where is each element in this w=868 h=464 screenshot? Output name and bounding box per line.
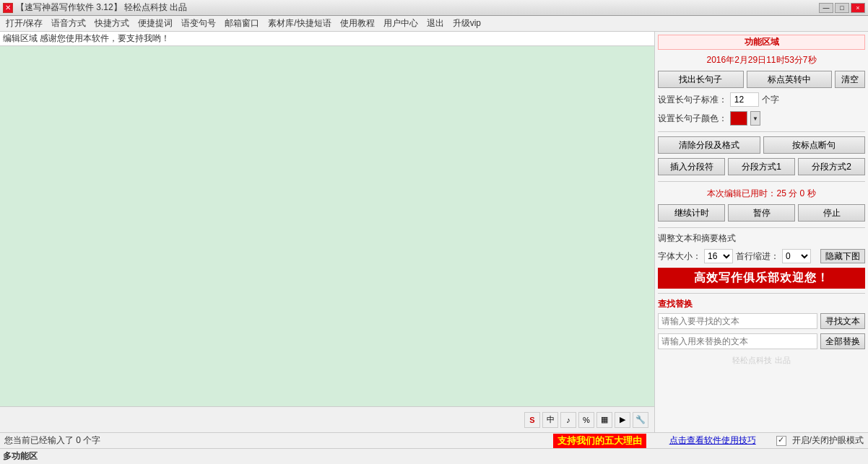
find-text-btn[interactable]: 寻找文本 [820,313,865,329]
indent-label: 首行缩进： [736,250,779,263]
font-size-select[interactable]: 16 14 18 [704,249,733,263]
multi-func-area: 多功能区 本次编辑已用时：25 分 0 秒 ， 查找并删除所有 点击打开语音面板… [0,448,868,464]
find-replace-title: 查找替换 [658,298,865,310]
top-btn-row: 找出长句子 标点英转中 清空 [658,71,865,88]
tips-link[interactable]: 点击查看软件使用技巧 [669,434,756,447]
editor-header: 编辑区域 感谢您使用本软件，要支持我哟！ [0,32,654,46]
editor-toolbar: S 中 ♪ % ▦ ▶ 🔧 [0,406,654,432]
menu-voice-mode[interactable]: 语音方式 [47,16,90,31]
paragraph-mode1-btn[interactable]: 分段方式1 [728,158,795,175]
wrench-icon[interactable]: 🔧 [633,412,648,428]
percent-icon[interactable]: % [578,412,594,428]
menu-prompt[interactable]: 便捷提词 [134,16,177,31]
adjust-title-row: 调整文本和摘要格式 [658,232,865,245]
find-input[interactable] [658,313,817,329]
mark-punctuation-btn[interactable]: 按标点断句 [763,136,866,154]
replace-input[interactable] [658,333,817,349]
editor-textarea[interactable] [0,46,654,406]
promo-banner: 高效写作俱乐部欢迎您！ [658,268,865,289]
extract-long-sentence-btn[interactable]: 找出长句子 [658,71,744,88]
menu-bar: 打开/保存 语音方式 快捷方式 便捷提词 语变句号 邮箱窗口 素材库/快捷短语 … [0,16,868,32]
multi-func-title: 多功能区 [3,450,38,463]
long-sentence-input[interactable] [730,92,759,107]
title-bar-left: ✕ 【速写神器写作软件 3.12】 轻松点科技 出品 [3,1,187,14]
main-area: 编辑区域 感谢您使用本软件，要支持我哟！ S 中 ♪ % ▦ ▶ 🔧 功能区域 … [0,32,868,432]
divider-4 [658,293,865,294]
menu-shortcut-mode[interactable]: 快捷方式 [90,16,134,31]
long-sentence-label: 设置长句子标准： [658,94,727,106]
editor-status-bar: 您当前已经输入了 0 个字 支持我们的五大理由 点击查看软件使用技巧 开启/关闭… [0,432,868,448]
pause-timer-btn[interactable]: 暂停 [728,204,795,222]
clear-btn[interactable]: 清空 [835,71,865,88]
play-icon[interactable]: ▶ [615,412,630,428]
minimize-btn[interactable]: — [819,3,833,13]
divider-1 [658,131,865,132]
music-icon[interactable]: ♪ [560,412,576,428]
paragraph-mode2-btn[interactable]: 分段方式2 [798,158,865,175]
editor-header-text: 编辑区域 感谢您使用本软件，要支持我哟！ [3,32,170,45]
window-close-btn[interactable]: ✕ [3,3,13,13]
indent-select[interactable]: 0 2 [782,249,811,263]
right-panel: 功能区域 2016年2月29日11时53分7秒 找出长句子 标点英转中 清空 设… [655,32,868,432]
divider-3 [658,227,865,228]
menu-user-center[interactable]: 用户中心 [379,16,422,31]
eye-mode-checkbox[interactable] [776,436,786,446]
font-size-label: 字体大小： [658,250,701,263]
menu-material[interactable]: 素材库/快捷短语 [264,16,335,31]
long-sentence-unit: 个字 [762,94,779,106]
timer-text: 本次编辑已用时：25 分 0 秒 [658,186,865,201]
replace-all-btn[interactable]: 全部替换 [820,333,865,349]
long-color-setting: 设置长句子颜色： ▼ [658,111,865,126]
menu-exit[interactable]: 退出 [422,16,448,31]
find-row: 寻找文本 [658,313,865,329]
section-row-1: 清除分段及格式 按标点断句 [658,136,865,154]
datetime-text: 2016年2月29日11时53分7秒 [658,53,865,68]
color-picker[interactable] [730,111,747,126]
mark-english-btn[interactable]: 标点英转中 [747,71,833,88]
func-area-title: 功能区域 [658,35,865,50]
continue-timer-btn[interactable]: 继续计时 [658,204,725,222]
hide-img-btn[interactable]: 隐藏下图 [820,249,865,263]
insert-paragraph-btn[interactable]: 插入分段符 [658,158,725,175]
menu-upgrade-vip[interactable]: 升级vip [448,16,485,31]
window-controls: — □ × [819,3,865,13]
stop-timer-btn[interactable]: 停止 [798,204,865,222]
char-count: 您当前已经输入了 0 个字 [4,434,100,447]
toolbar-icons-area: S 中 ♪ % ▦ ▶ 🔧 [524,412,648,428]
divider-2 [658,181,865,182]
clear-format-btn[interactable]: 清除分段及格式 [658,136,760,154]
grid-icon[interactable]: ▦ [596,412,612,428]
adjust-title: 调整文本和摘要格式 [658,232,736,245]
font-size-row: 字体大小： 16 14 18 首行缩进： 0 2 隐藏下图 [658,249,865,263]
sougou-icon[interactable]: S [524,412,540,428]
menu-tutorial[interactable]: 使用教程 [336,16,379,31]
editor-panel: 编辑区域 感谢您使用本软件，要支持我哟！ S 中 ♪ % ▦ ▶ 🔧 [0,32,655,432]
maximize-btn[interactable]: □ [835,3,849,13]
watermark: 轻松点科技 出品 [658,354,865,367]
timer-btn-row: 继续计时 暂停 停止 [658,204,865,222]
chinese-icon[interactable]: 中 [542,412,558,428]
long-sentence-setting: 设置长句子标准： 个字 [658,92,865,107]
close-btn[interactable]: × [851,3,865,13]
menu-lang-symbol[interactable]: 语变句号 [177,16,220,31]
window-title: 【速写神器写作软件 3.12】 轻松点科技 出品 [16,1,187,14]
menu-open-save[interactable]: 打开/保存 [1,16,47,31]
long-color-label: 设置长句子颜色： [658,113,727,125]
color-dropdown-arrow[interactable]: ▼ [750,111,760,126]
eye-mode-label: 开启/关闭护眼模式 [792,434,864,447]
five-reasons[interactable]: 支持我们的五大理由 [553,434,646,448]
menu-mailbox[interactable]: 邮箱窗口 [220,16,264,31]
title-bar: ✕ 【速写神器写作软件 3.12】 轻松点科技 出品 — □ × [0,0,868,16]
section-row-2: 插入分段符 分段方式1 分段方式2 [658,158,865,175]
replace-row: 全部替换 [658,333,865,349]
